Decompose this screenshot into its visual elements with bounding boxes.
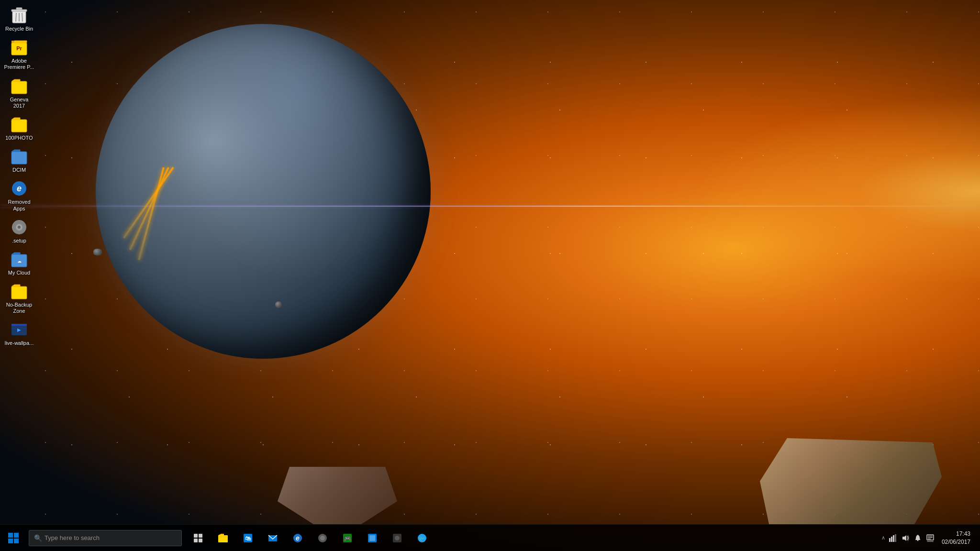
svg-rect-1 [11, 10, 27, 11]
taskbar-mail[interactable] [260, 525, 285, 551]
adobe-premiere-icon: Pr [10, 38, 29, 57]
svg-rect-36 [219, 537, 227, 537]
svg-rect-58 [928, 536, 933, 537]
my-cloud-icon: ☁ [10, 250, 29, 269]
svg-point-43 [320, 536, 325, 540]
svg-rect-47 [369, 535, 375, 541]
laser-beams [134, 167, 230, 287]
desktop-icon-my-cloud[interactable]: ☁ My Cloud [2, 248, 36, 278]
svg-rect-18 [18, 231, 20, 234]
svg-text:🎮: 🎮 [344, 535, 351, 542]
svg-rect-7 [11, 41, 14, 43]
desktop-icon-removed-apps[interactable]: e Removed Apps [2, 177, 36, 213]
desktop-icon-adobe-premiere[interactable]: Pr Adobe Premiere P... [2, 36, 36, 72]
taskbar-file-explorer[interactable] [211, 525, 235, 551]
tray-expand-button[interactable]: ∧ [881, 535, 885, 541]
svg-text:e: e [296, 534, 300, 542]
taskbar-app-1[interactable] [310, 525, 335, 551]
desktop-icon-100photo[interactable]: 100PHOTO [2, 113, 36, 143]
system-tray: ∧ [876, 525, 980, 551]
svg-text:Pr: Pr [16, 45, 22, 51]
desktop-icon-dcim[interactable]: DCIM [2, 145, 36, 175]
svg-rect-19 [12, 226, 15, 228]
svg-rect-31 [194, 534, 198, 538]
taskbar: 🔍 [0, 524, 980, 551]
svg-rect-55 [895, 534, 896, 542]
taskbar-edge[interactable]: e [285, 525, 310, 551]
svg-rect-30 [14, 539, 19, 543]
recycle-bin-icon [10, 6, 29, 25]
adobe-premiere-label: Adobe Premiere P... [4, 58, 34, 70]
volume-icon[interactable] [901, 533, 910, 543]
100photo-icon [10, 115, 29, 134]
svg-rect-61 [927, 541, 934, 542]
svg-line-5 [22, 13, 22, 22]
live-wallpaper-label: live-wallpa... [5, 340, 34, 346]
my-cloud-label: My Cloud [8, 270, 30, 276]
spaceship-right [760, 438, 942, 524]
recycle-bin-label: Recycle Bin [5, 26, 33, 32]
svg-rect-33 [194, 539, 198, 542]
desktop: Recycle Bin Pr Adobe Premiere P... [0, 0, 980, 551]
taskbar-app-3[interactable] [360, 525, 385, 551]
removed-apps-icon: e [10, 179, 29, 198]
geneva-2017-label: Geneva 2017 [4, 97, 34, 109]
desktop-icon-no-backup-zone[interactable]: No-Backup Zone [2, 280, 36, 316]
svg-rect-11 [11, 152, 27, 164]
notification-icon[interactable] [913, 533, 923, 543]
svg-rect-27 [8, 533, 13, 538]
desktop-icon-geneva-2017[interactable]: Geneva 2017 [2, 75, 36, 111]
svg-text:e: e [17, 184, 22, 193]
svg-point-49 [395, 536, 400, 540]
asteroid [275, 301, 282, 308]
setup-label: .setup [12, 238, 26, 244]
svg-rect-25 [11, 324, 27, 326]
geneva-2017-icon [10, 77, 29, 96]
taskbar-apps: 🛍 e [186, 525, 876, 551]
svg-rect-56 [917, 540, 918, 541]
search-icon: 🔍 [34, 534, 42, 542]
svg-text:🛍: 🛍 [245, 535, 251, 542]
taskbar-store[interactable]: 🛍 [235, 525, 260, 551]
desktop-icons: Recycle Bin Pr Adobe Premiere P... [0, 0, 38, 353]
no-backup-zone-icon [10, 282, 29, 301]
clock-time: 17:43 [956, 530, 970, 538]
action-center-icon[interactable] [925, 533, 935, 543]
svg-rect-9 [11, 81, 27, 94]
dcim-icon [10, 147, 29, 166]
svg-text:☁: ☁ [17, 259, 22, 264]
sun-ray [693, 96, 980, 287]
search-bar[interactable]: 🔍 [29, 530, 182, 546]
svg-text:▶: ▶ [17, 327, 21, 332]
network-icon[interactable] [888, 533, 898, 543]
dcim-label: DCIM [12, 167, 26, 173]
no-backup-zone-label: No-Backup Zone [4, 302, 34, 314]
start-button[interactable] [0, 525, 27, 551]
setup-icon [10, 218, 29, 237]
svg-rect-17 [18, 220, 20, 223]
svg-rect-2 [16, 8, 22, 10]
clock[interactable]: 17:43 02/06/2017 [938, 530, 974, 546]
svg-rect-53 [891, 537, 892, 542]
asteroid [93, 249, 102, 255]
desktop-icon-live-wallpaper[interactable]: ▶ live-wallpa... [2, 318, 36, 348]
taskbar-app-2[interactable]: 🎮 [335, 525, 360, 551]
svg-rect-60 [928, 539, 931, 540]
desktop-icon-recycle-bin[interactable]: Recycle Bin [2, 4, 36, 34]
svg-rect-29 [8, 539, 13, 543]
desktop-icon-setup[interactable]: .setup [2, 216, 36, 246]
svg-rect-32 [199, 534, 202, 538]
svg-rect-35 [218, 535, 228, 542]
svg-rect-54 [893, 535, 894, 542]
taskbar-app-4[interactable] [385, 525, 410, 551]
svg-rect-23 [11, 287, 27, 299]
taskbar-task-view[interactable] [186, 525, 211, 551]
svg-text:🐦: 🐦 [419, 535, 425, 542]
taskbar-app-5[interactable]: 🐦 [410, 525, 434, 551]
live-wallpaper-icon: ▶ [10, 320, 29, 339]
svg-point-16 [18, 226, 21, 229]
search-input[interactable] [45, 534, 177, 541]
svg-rect-59 [928, 537, 933, 538]
windows-logo-icon [8, 533, 19, 543]
svg-rect-52 [889, 538, 891, 542]
